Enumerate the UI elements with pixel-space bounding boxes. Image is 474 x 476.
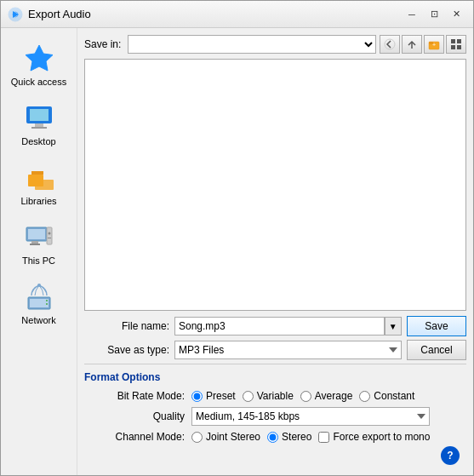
this-pc-icon (22, 220, 56, 254)
export-audio-dialog: Export Audio ─ ⊡ ✕ Quick access (0, 0, 474, 476)
sidebar-item-quick-access[interactable]: Quick access (4, 35, 73, 93)
radio-stereo: Stereo (267, 431, 311, 443)
filetype-label: Save as type: (84, 344, 169, 356)
svg-point-20 (46, 303, 48, 305)
radio-average-label: Average (315, 390, 352, 402)
radio-constant: Constant (359, 390, 414, 402)
file-fields: File name: ▼ Save Save as type: MP3 File… (84, 316, 466, 360)
svg-rect-4 (30, 109, 49, 121)
filename-dropdown-btn[interactable]: ▼ (385, 317, 402, 335)
radio-stereo-label: Stereo (282, 431, 311, 443)
svg-rect-18 (30, 299, 49, 307)
filetype-combo-wrapper: MP3 Files (174, 341, 402, 359)
save-button[interactable]: Save (407, 316, 466, 336)
maximize-button[interactable]: ⊡ (424, 6, 444, 23)
force-mono-label: Force export to mono (333, 431, 430, 443)
desktop-icon (22, 100, 56, 135)
radio-joint-stereo-input[interactable] (191, 432, 203, 443)
close-button[interactable]: ✕ (446, 6, 466, 23)
dialog-body: Quick access Desktop (1, 28, 473, 475)
libraries-icon (22, 160, 56, 194)
save-in-combo[interactable] (128, 35, 376, 54)
radio-variable: Variable (243, 390, 294, 402)
back-button[interactable] (380, 35, 400, 54)
svg-rect-11 (28, 229, 45, 239)
radio-preset-input[interactable] (191, 391, 203, 402)
radio-preset: Preset (191, 390, 236, 402)
svg-point-21 (37, 284, 41, 287)
svg-rect-5 (35, 123, 43, 127)
svg-rect-9 (35, 180, 54, 190)
format-options-section: Format Options Bit Rate Mode: Preset Var… (84, 364, 466, 443)
bitrate-label: Bit Rate Mode: (91, 390, 185, 402)
save-in-label: Save in: (84, 38, 121, 50)
force-mono-group: Force export to mono (318, 431, 430, 443)
radio-joint-stereo-label: Joint Stereo (206, 431, 260, 443)
options-grid: Bit Rate Mode: Preset Variable Averag (84, 390, 466, 443)
sidebar-label-network: Network (21, 315, 55, 325)
sidebar-label-this-pc: This PC (22, 255, 55, 266)
minimize-button[interactable]: ─ (402, 6, 422, 23)
filename-label: File name: (84, 320, 169, 332)
radio-preset-label: Preset (206, 390, 236, 402)
radio-average-input[interactable] (300, 391, 311, 402)
svg-rect-12 (31, 241, 38, 244)
main-area: Save in: + (77, 28, 473, 475)
radio-variable-label: Variable (257, 390, 294, 402)
svg-rect-29 (457, 45, 461, 49)
dialog-title: Export Audio (28, 8, 91, 20)
sidebar-label-libraries: Libraries (20, 196, 56, 206)
svg-rect-13 (30, 244, 40, 245)
titlebar-left: Export Audio (8, 7, 91, 22)
file-browse-area (84, 59, 466, 311)
sidebar-item-libraries[interactable]: Libraries (4, 154, 73, 212)
quality-label: Quality (91, 410, 185, 422)
filetype-combo[interactable]: MP3 Files (174, 341, 402, 359)
svg-rect-14 (47, 227, 52, 244)
toolbar-buttons: + (380, 35, 466, 54)
radio-variable-input[interactable] (243, 391, 254, 402)
quick-access-icon (22, 41, 56, 75)
titlebar-controls: ─ ⊡ ✕ (402, 6, 466, 23)
up-button[interactable] (402, 35, 422, 54)
force-mono-checkbox[interactable] (318, 432, 329, 443)
sidebar-label-desktop: Desktop (21, 136, 55, 146)
svg-point-19 (46, 300, 48, 301)
radio-joint-stereo: Joint Stereo (191, 431, 260, 443)
sidebar-item-desktop[interactable]: Desktop (4, 95, 73, 152)
cancel-button[interactable]: Cancel (407, 340, 466, 360)
filename-combo-wrapper: ▼ (174, 317, 402, 335)
svg-rect-26 (451, 39, 455, 43)
svg-marker-2 (26, 45, 53, 71)
network-icon (22, 279, 56, 313)
svg-point-15 (48, 232, 50, 235)
toolbar-row: Save in: + (84, 35, 466, 54)
format-options-title: Format Options (84, 371, 466, 383)
radio-average: Average (300, 390, 352, 402)
svg-rect-28 (451, 45, 455, 49)
quality-combo[interactable]: Medium, 145-185 kbps Low, 65-85 kbps Hig… (191, 407, 430, 426)
bottom-bar: ? (84, 443, 466, 468)
help-button[interactable]: ? (441, 446, 460, 465)
new-folder-button[interactable]: + (424, 35, 444, 54)
radio-constant-input[interactable] (359, 391, 370, 402)
sidebar-label-quick-access: Quick access (11, 77, 66, 87)
save-in-wrapper (128, 35, 376, 54)
svg-text:+: + (432, 42, 436, 48)
views-button[interactable] (446, 35, 466, 54)
filename-input[interactable] (174, 317, 385, 335)
sidebar-item-this-pc[interactable]: This PC (4, 214, 73, 272)
svg-rect-8 (31, 171, 43, 175)
radio-stereo-input[interactable] (267, 432, 278, 443)
radio-constant-label: Constant (374, 390, 414, 402)
channel-label: Channel Mode: (91, 431, 185, 443)
svg-rect-27 (457, 39, 461, 43)
svg-point-22 (385, 39, 395, 49)
sidebar: Quick access Desktop (1, 28, 77, 475)
channel-row: Joint Stereo Stereo Force export to mono (191, 431, 460, 443)
app-icon (8, 7, 23, 22)
sidebar-item-network[interactable]: Network (4, 273, 73, 331)
bitrate-options: Preset Variable Average Constant (191, 390, 460, 402)
titlebar: Export Audio ─ ⊡ ✕ (1, 1, 473, 28)
svg-rect-6 (31, 127, 47, 129)
